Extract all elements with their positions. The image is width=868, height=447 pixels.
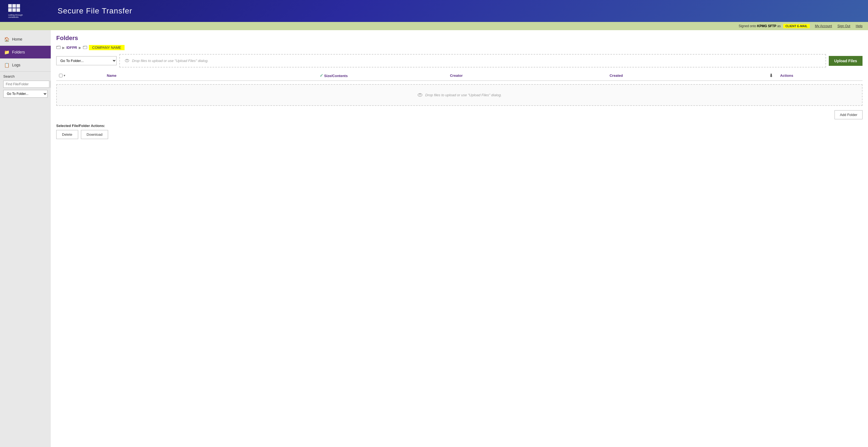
upload-files-button[interactable]: Upload Files (829, 56, 863, 66)
drop-zone-center[interactable]: Drop files to upload or use "Upload File… (56, 84, 863, 106)
breadcrumb-arrow-1: ▶ (62, 46, 65, 50)
svg-rect-0 (8, 4, 12, 8)
breadcrumb: ▶ IDFPR ▶ COMPANY NAME (56, 45, 863, 50)
page-title: Folders (56, 35, 863, 42)
drop-zone-top[interactable]: Drop files to upload or use "Upload File… (119, 54, 826, 67)
root-folder-icon (56, 45, 61, 50)
th-download: ⬇ (767, 71, 777, 81)
select-all-checkbox[interactable] (59, 74, 63, 77)
upload-icon-top (124, 57, 130, 64)
download-header-icon: ⬇ (769, 73, 773, 78)
logs-icon: 📋 (4, 63, 9, 67)
top-bar: Signed onto KPMG SFTP as CLIENT E-MAIL M… (0, 22, 868, 30)
selected-actions: Selected File/Folder Actions: Delete Dow… (56, 124, 863, 139)
kpmg-logo: cutting through complexity (8, 4, 25, 18)
upload-icon-center (417, 91, 423, 99)
cloud-upload-icon-2 (417, 91, 423, 97)
top-bar-links: My Account Sign Out Help (815, 24, 863, 28)
sidebar-item-folders[interactable]: 📁 Folders (0, 46, 51, 58)
sidebar: 🏠 Home 📁 Folders 📋 Logs Search (0, 30, 51, 447)
svg-rect-3 (8, 8, 12, 12)
drop-zone-text-center: Drop files to upload or use "Upload File… (425, 93, 502, 97)
selected-actions-label: Selected File/Folder Actions: (56, 124, 863, 128)
main-content: Folders ▶ IDFPR ▶ COMPANY NAME (51, 30, 868, 447)
svg-text:complexity: complexity (8, 16, 19, 18)
breadcrumb-idfpr[interactable]: IDFPR (66, 45, 77, 50)
file-table: ▼ Name ✓ Size/Contents Creator Created ⬇ (56, 71, 863, 81)
sidebar-item-logs[interactable]: 📋 Logs (0, 59, 51, 71)
svg-rect-1 (12, 4, 16, 8)
th-creator: Creator (447, 71, 607, 81)
search-input[interactable] (3, 81, 50, 88)
download-button[interactable]: Download (81, 130, 108, 139)
home-icon: 🏠 (4, 37, 9, 42)
svg-rect-2 (17, 4, 20, 8)
breadcrumb-root-icon (56, 45, 61, 50)
actions-row: Add Folder (56, 110, 863, 119)
add-folder-button[interactable]: Add Folder (835, 110, 863, 119)
check-icon: ✓ (319, 73, 323, 78)
brand-name: KPMG SFTP (757, 24, 776, 28)
sidebar-folders-label: Folders (12, 50, 25, 54)
action-buttons: Delete Download (56, 130, 863, 139)
breadcrumb-arrow-2: ▶ (79, 46, 81, 50)
breadcrumb-folder-icon (83, 45, 87, 50)
sidebar-item-home[interactable]: 🏠 Home (0, 33, 51, 45)
header-checkbox-area: ▼ (59, 74, 101, 77)
cloud-upload-icon (124, 57, 130, 63)
sidebar-folder-dropdown[interactable]: Go To Folder... (3, 90, 48, 98)
app-title: Secure File Transfer (58, 7, 132, 15)
table-header-row: ▼ Name ✓ Size/Contents Creator Created ⬇ (56, 71, 863, 81)
svg-rect-5 (17, 8, 20, 12)
th-created: Created (607, 71, 767, 81)
sign-out-link[interactable]: Sign Out (838, 24, 850, 28)
search-input-row (3, 81, 48, 88)
sidebar-logs-label: Logs (12, 63, 20, 67)
my-account-link[interactable]: My Account (815, 24, 832, 28)
checkbox-dropdown-arrow[interactable]: ▼ (63, 74, 66, 77)
app-header: cutting through complexity Secure File T… (0, 0, 868, 22)
logo-area: cutting through complexity (8, 4, 25, 18)
th-name: Name (104, 71, 317, 81)
sidebar-home-label: Home (12, 37, 22, 41)
drop-zone-text-top: Drop files to upload or use "Upload File… (132, 59, 209, 63)
help-link[interactable]: Help (856, 24, 863, 28)
subfolder-icon (83, 45, 87, 50)
main-folder-dropdown[interactable]: Go To Folder... (56, 56, 117, 65)
client-email-badge: CLIENT E-MAIL (783, 24, 810, 29)
main-layout: 🏠 Home 📁 Folders 📋 Logs Search (0, 30, 868, 447)
sidebar-search-section: Search Go To Folder... (0, 71, 51, 100)
breadcrumb-company-name: COMPANY NAME (89, 45, 125, 50)
signed-in-text: Signed onto KPMG SFTP as (739, 24, 780, 28)
th-checkbox: ▼ (56, 71, 104, 81)
th-actions: Actions (777, 71, 863, 81)
folders-icon: 📁 (4, 50, 9, 55)
svg-rect-4 (12, 8, 16, 12)
upload-area-top: Go To Folder... Drop files to upload or … (56, 54, 863, 67)
th-size: ✓ Size/Contents (317, 71, 447, 81)
search-section-label: Search (3, 74, 48, 78)
delete-button[interactable]: Delete (56, 130, 78, 139)
